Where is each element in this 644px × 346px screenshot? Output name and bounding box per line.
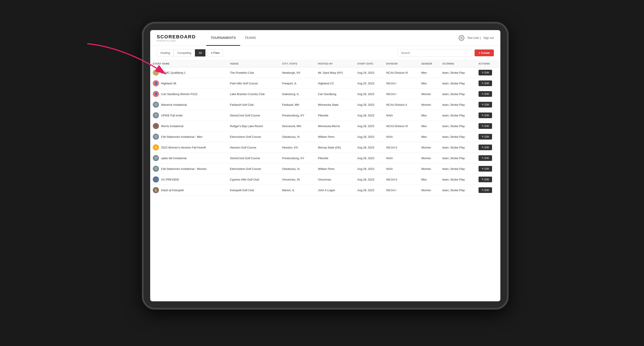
- col-scoring: SCORING: [440, 60, 476, 67]
- cell-hosted-7: Murray State (OK): [315, 142, 354, 153]
- team-icon-7: ⭐: [153, 144, 159, 151]
- cell-scoring-8: team, Stroke Play: [440, 153, 476, 164]
- table-row: 🐺 Fall Statesmen Invitational - Men Edmu…: [150, 132, 500, 142]
- cell-gender-11: Women: [419, 185, 440, 195]
- cell-event-name-6: 🐺 Fall Statesmen Invitational - Men: [150, 132, 227, 142]
- cell-hosted-9: William Penn: [315, 164, 354, 174]
- table-row: ⛳ MSMC Qualifying 1 The Powelton Club Ne…: [150, 67, 500, 78]
- table-row: 🐺 UPIKE Fall Invite StoneCrest Golf Cour…: [150, 110, 500, 121]
- cell-scoring-7: team, Stroke Play: [440, 142, 476, 153]
- edit-button-6[interactable]: ✎ Edit: [478, 134, 492, 140]
- cell-actions-2: ✎ Edit: [476, 89, 500, 99]
- create-button[interactable]: + Create: [474, 49, 494, 56]
- cell-venue-10: Cypress Hills Golf Club: [227, 174, 280, 185]
- cell-city-3: Faribault, MN: [280, 99, 315, 110]
- cell-hosted-6: William Penn: [315, 132, 354, 142]
- filter-right: + Create: [398, 49, 494, 56]
- cell-venue-3: Faribault Golf Club: [227, 99, 280, 110]
- cell-venue-7: Hesston Golf Course: [227, 142, 280, 153]
- cell-actions-4: ✎ Edit: [476, 110, 500, 121]
- cell-division-1: NICAA I: [384, 78, 419, 89]
- competing-tab[interactable]: Competing: [174, 49, 195, 56]
- cell-venue-8: StoneCrest Golf Course: [227, 153, 280, 164]
- cell-scoring-3: team, Stroke Play: [440, 99, 476, 110]
- cell-gender-9: Women: [419, 164, 440, 174]
- nav-right: Test User | Sign out: [458, 35, 494, 41]
- cell-hosted-10: Vincennes: [315, 174, 354, 185]
- top-nav: SCOREBOARD Powered by clippl TOURNAMENTS…: [150, 30, 500, 46]
- cell-city-8: Prestonsburg, KY: [280, 153, 315, 164]
- cell-scoring-2: team, Stroke Play: [440, 89, 476, 99]
- edit-button-3[interactable]: ✎ Edit: [478, 102, 492, 108]
- cell-event-name-4: 🐺 UPIKE Fall Invite: [150, 110, 227, 121]
- cell-scoring-0: team, Stroke Play: [440, 67, 476, 78]
- search-input[interactable]: [398, 49, 472, 56]
- filter-bar: Hosting Competing All ≡ Filter + Create: [150, 46, 500, 60]
- cell-city-0: Newburgh, NY: [280, 67, 315, 78]
- cell-event-name-11: 🐍 Klash at Kokopelli: [150, 185, 227, 195]
- cell-venue-6: Edmundson Golf Course: [227, 132, 280, 142]
- cell-date-9: Aug 28, 2023: [355, 164, 384, 174]
- edit-button-5[interactable]: ✎ Edit: [478, 123, 492, 129]
- cell-gender-7: Women: [419, 142, 440, 153]
- cell-hosted-0: Mt. Saint Mary (NY): [315, 67, 354, 78]
- cell-city-9: Oskaloosa, IA: [280, 164, 315, 174]
- edit-button-8[interactable]: ✎ Edit: [478, 155, 492, 161]
- cell-hosted-2: Carl Sandburg: [315, 89, 354, 99]
- user-label: Test User |: [467, 36, 481, 39]
- team-icon-5: 🐻: [153, 123, 159, 129]
- edit-button-7[interactable]: ✎ Edit: [478, 145, 492, 150]
- cell-gender-3: Women: [419, 99, 440, 110]
- table-container: EVENT NAME VENUE CITY, STATE HOSTED BY S…: [150, 60, 500, 301]
- instruction-line1: Click TEAMS at the: [4, 13, 142, 32]
- cell-date-10: Aug 28, 2023: [355, 174, 384, 185]
- cell-gender-1: Men: [419, 78, 440, 89]
- cell-date-7: Aug 28, 2023: [355, 142, 384, 153]
- edit-button-4[interactable]: ✎ Edit: [478, 113, 492, 118]
- cell-actions-8: ✎ Edit: [476, 153, 500, 164]
- table-row: 🐍 Klash at Kokopelli Kokopelli Golf Club…: [150, 185, 500, 195]
- team-icon-11: 🐍: [153, 187, 159, 193]
- cell-gender-0: Men: [419, 67, 440, 78]
- edit-button-11[interactable]: ✎ Edit: [478, 187, 492, 193]
- edit-button-2[interactable]: ✎ Edit: [478, 91, 492, 97]
- team-icon-3: 🐺: [153, 102, 159, 108]
- nav-link-teams[interactable]: TEAMS: [240, 30, 260, 46]
- svg-point-1: [461, 37, 462, 39]
- cell-gender-4: Men: [419, 110, 440, 121]
- edit-button-10[interactable]: ✎ Edit: [478, 176, 492, 182]
- table-header: EVENT NAME VENUE CITY, STATE HOSTED BY S…: [150, 60, 500, 67]
- filter-button[interactable]: ≡ Filter: [208, 49, 223, 56]
- cell-event-name-10: 🌿 VU PREVIEW: [150, 174, 227, 185]
- col-venue: VENUE: [227, 60, 280, 67]
- cell-gender-10: Men: [419, 174, 440, 185]
- cell-event-name-8: 🐺 upike fall invitational: [150, 153, 227, 164]
- cell-event-name-5: 🐻 Morris Invitational: [150, 121, 227, 132]
- cell-actions-9: ✎ Edit: [476, 164, 500, 174]
- col-start-date: START DATE: [355, 60, 384, 67]
- table-row: ⭐ 2023 Women's Hesston Fall Kickoff Hess…: [150, 142, 500, 153]
- edit-button-1[interactable]: ✎ Edit: [478, 80, 492, 86]
- cell-date-4: Aug 28, 2023: [355, 110, 384, 121]
- table-row: 🐺 upike fall invitational StoneCrest Gol…: [150, 153, 500, 164]
- cell-division-3: NCAA Division II: [384, 99, 419, 110]
- gear-icon[interactable]: [458, 35, 464, 41]
- cell-venue-0: The Powelton Club: [227, 67, 280, 78]
- edit-button-9[interactable]: ✎ Edit: [478, 166, 492, 172]
- app-container: SCOREBOARD Powered by clippl TOURNAMENTS…: [150, 30, 500, 301]
- cell-event-name-9: 🐺 Fall Statesmen Invitational - Women: [150, 164, 227, 174]
- cell-venue-9: Edmundson Golf Course: [227, 164, 280, 174]
- cell-hosted-8: Pikeville: [315, 153, 354, 164]
- cell-division-5: NCAA Division III: [384, 121, 419, 132]
- cell-gender-2: Women: [419, 89, 440, 99]
- cell-actions-11: ✎ Edit: [476, 185, 500, 195]
- team-icon-10: 🌿: [153, 176, 159, 182]
- all-tab[interactable]: All: [195, 49, 206, 56]
- cell-hosted-3: Minnesota State: [315, 99, 354, 110]
- edit-button-0[interactable]: ✎ Edit: [478, 70, 492, 75]
- table-row: 🌿 VU PREVIEW Cypress Hills Golf Club Vin…: [150, 174, 500, 185]
- event-name-11: Klash at Kokopelli: [161, 188, 184, 192]
- nav-link-tournaments[interactable]: TOURNAMENTS: [206, 30, 240, 46]
- sign-out-link[interactable]: Sign out: [483, 36, 494, 39]
- cell-gender-8: Women: [419, 153, 440, 164]
